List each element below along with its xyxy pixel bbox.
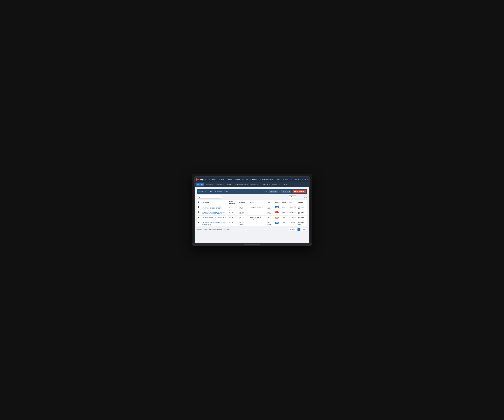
- th-analyst[interactable]: Analyst ↕: [297, 200, 307, 205]
- nav-tools[interactable]: ⚙ Tools: [282, 178, 289, 181]
- row-result-match-0: El escandalo "1MDB": Paris Hilton, un Pi…: [200, 205, 228, 210]
- table-row: El escandalo "1MDB": Paris Hilton, un Pi…: [197, 205, 307, 210]
- th-name-searched[interactable]: NameSearched ↕: [228, 200, 237, 205]
- row-checkbox-0[interactable]: [198, 206, 199, 208]
- open-label: Open: [200, 191, 204, 192]
- tab-my-alerts[interactable]: My Alerts: [196, 183, 204, 186]
- batch-dispose-button[interactable]: Batch Dispose: [293, 190, 306, 193]
- status-checkboxes: ✓ Open Closed Escalated All: [198, 191, 228, 192]
- tab-group-alerts[interactable]: Group Alerts: [204, 183, 215, 186]
- nav-logout[interactable]: ↪ Log Out: [301, 178, 310, 181]
- nav-ubo[interactable]: 👥 UBO Chart Tool: [234, 178, 248, 181]
- nav-search[interactable]: 🔍 Search: [208, 178, 217, 181]
- row-analyst-1: Filomena Ru... ⌃: [297, 210, 307, 216]
- tab-report[interactable]: Report: [281, 183, 288, 186]
- tab-manage-lists[interactable]: Manage Lists: [215, 183, 225, 186]
- tab-testing-tools[interactable]: Testing Tools: [261, 183, 271, 186]
- previous-button[interactable]: Previous: [289, 228, 297, 231]
- ubo-icon: 👥: [235, 179, 237, 180]
- closed-label: Closed: [208, 191, 212, 192]
- date-range: From: 06/04/2020 To: 08/03/2020 Batch Di…: [264, 190, 306, 193]
- all-checkbox-box[interactable]: [224, 191, 226, 192]
- help-icon: ❓: [275, 179, 277, 180]
- sort-date-icon: ↕: [293, 202, 294, 203]
- from-date-input[interactable]: 06/04/2020: [269, 190, 278, 193]
- row-analyst-2: Filomena Ru... ⌃: [297, 216, 307, 221]
- records-select[interactable]: 10 25 50 100: [289, 195, 296, 198]
- th-type[interactable]: Type ↕: [266, 200, 274, 205]
- nav-tools-label: Tools: [285, 179, 288, 180]
- th-score[interactable]: Score ↕: [274, 200, 281, 205]
- row-name-searched-0: Jho Lo: [228, 205, 237, 210]
- tab-convert-org[interactable]: Convert Org: [271, 183, 281, 186]
- search-box[interactable]: 🔍 Search: [197, 195, 222, 198]
- to-date-input[interactable]: 08/03/2020: [281, 190, 291, 193]
- page-1-button[interactable]: 1: [298, 228, 300, 231]
- table-body: El escandalo "1MDB": Paris Hilton, un Pi…: [197, 205, 307, 226]
- nav-production-label: Production: [293, 179, 300, 180]
- next-button[interactable]: Next: [301, 228, 307, 231]
- sort-status-icon: ↕: [287, 202, 287, 203]
- analyst-stepper-1[interactable]: ⌃: [301, 213, 303, 215]
- result-link-0[interactable]: El escandalo "1MDB": Paris Hilton, un Pi…: [202, 206, 224, 209]
- sort-analyst-icon: ↕: [304, 202, 304, 203]
- nav-user[interactable]: 👤 Filomena Russo: [259, 178, 274, 181]
- checkbox-all[interactable]: All: [224, 191, 228, 192]
- nav-profiles[interactable]: 👤 Profiles: [249, 178, 258, 181]
- logo: Diligent: [196, 178, 206, 181]
- open-checkmark: ✓: [199, 191, 200, 192]
- table-header-row: Result Match ↕ NameSearched ↕ List Name …: [197, 200, 307, 205]
- nav-help[interactable]: ❓ Help: [274, 178, 281, 181]
- row-list-name-3: High Risk Clients: [237, 221, 248, 226]
- row-type-0: Neg News: [266, 205, 274, 210]
- tools-icon: ⚙: [283, 179, 284, 180]
- row-score-1: 93.1: [274, 210, 281, 216]
- row-checkbox-3[interactable]: [198, 222, 199, 223]
- logo-icon: [196, 178, 199, 181]
- row-list-name-2: High Risk Clients: [237, 216, 248, 221]
- select-all-checkbox[interactable]: [198, 201, 199, 203]
- checkbox-open[interactable]: ✓ Open: [198, 191, 204, 192]
- escalated-checkbox-box[interactable]: [214, 191, 216, 192]
- search-records-row: 🔍 Search 10 25 50 100 records per page: [197, 195, 307, 198]
- checkbox-closed[interactable]: Closed: [205, 191, 212, 192]
- nav-production[interactable]: ⚙ Production: [290, 178, 300, 181]
- tab-analytics[interactable]: Analytics: [226, 183, 234, 186]
- row-checkbox-2[interactable]: [198, 216, 199, 218]
- sort-list-icon: ↕: [246, 202, 246, 203]
- nav-user-label: Filomena Russo: [262, 179, 273, 180]
- row-analyst-0: Filomena Ru... ⌃: [297, 205, 307, 210]
- pagination-controls: Previous 1 Next: [289, 228, 307, 231]
- user-icon: 👤: [260, 179, 261, 180]
- analyst-stepper-3[interactable]: ⌃: [301, 223, 303, 225]
- row-checkbox-1[interactable]: [198, 211, 199, 213]
- th-tags[interactable]: Tags ↕: [248, 200, 266, 205]
- escalated-label: Escalated: [216, 191, 222, 192]
- nav-api[interactable]: ⬜ API: [227, 178, 234, 181]
- nav-api-label: API: [230, 179, 233, 180]
- th-status[interactable]: Status ↕: [281, 200, 288, 205]
- row-checkbox-cell: [197, 205, 200, 210]
- closed-checkbox-box[interactable]: [205, 191, 207, 192]
- result-link-2[interactable]: Start Group pagara 2500 millioners por s…: [202, 216, 226, 220]
- sort-score-icon: ↕: [279, 202, 280, 203]
- row-score-0: 79.2: [274, 205, 281, 210]
- open-checkbox-box[interactable]: ✓: [198, 191, 200, 192]
- from-label: From:: [264, 191, 268, 192]
- score-badge-1: 93.1: [275, 211, 279, 213]
- tab-manage-dispositions[interactable]: Manage Dispositions: [234, 183, 249, 186]
- nav-monitor[interactable]: 🖥 Monitor: [218, 178, 226, 181]
- row-status-3: Open: [281, 221, 288, 226]
- result-link-3[interactable]: Cosi riciclaggio e speculazione uccidono…: [202, 222, 226, 225]
- th-result-match[interactable]: Result Match ↕: [200, 200, 228, 205]
- tab-manage-team[interactable]: Manage Team: [249, 183, 260, 186]
- result-link-1[interactable]: Scandalo sul fondo malaysino 1MDB, conda…: [202, 211, 224, 215]
- main-nav: Diligent 🔍 Search 🖥 Monitor ⬜ API 👥 UBO …: [195, 177, 309, 182]
- analyst-stepper-0[interactable]: ⌃: [301, 208, 303, 209]
- search-input[interactable]: Search: [200, 196, 205, 198]
- th-list-name[interactable]: List Name ↕: [237, 200, 248, 205]
- analyst-stepper-2[interactable]: ⌃: [301, 218, 303, 220]
- th-date[interactable]: Date ↕: [288, 200, 297, 205]
- checkbox-escalated[interactable]: Escalated: [214, 191, 222, 192]
- score-badge-3: 79.0: [275, 222, 279, 224]
